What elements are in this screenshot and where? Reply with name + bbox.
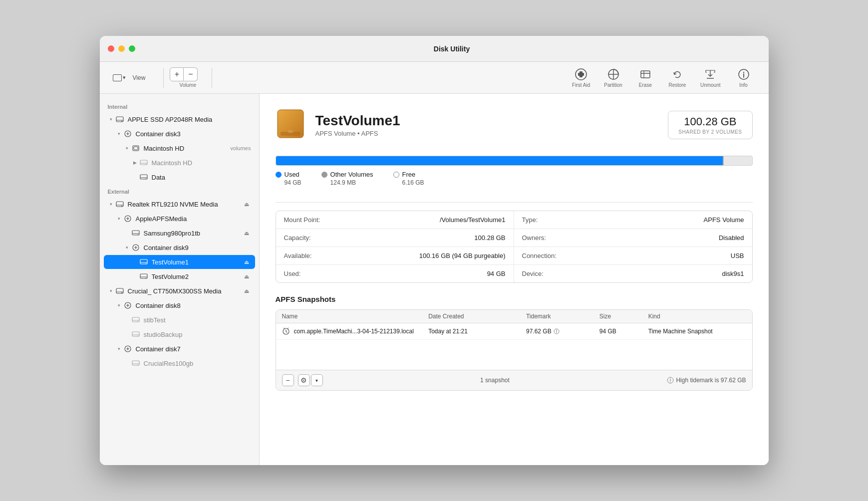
container-icon xyxy=(131,243,141,252)
sidebar-item-label: studioBackup xyxy=(144,331,251,338)
svg-point-54 xyxy=(288,130,293,133)
available-value: 100.16 GB (94 GB purgeable) xyxy=(419,252,506,259)
svg-rect-37 xyxy=(116,288,123,293)
volume-size-shared: SHARED BY 2 VOLUMES xyxy=(678,129,742,135)
unmount-label: Unmount xyxy=(700,82,721,88)
info-tool[interactable]: Info xyxy=(729,65,759,90)
sidebar-item-apple-ssd[interactable]: ▾ APPLE SSD AP2048R Media xyxy=(104,112,255,126)
snapshots-header: Name Date Created Tidemark Size Kind xyxy=(276,310,752,323)
erase-tool[interactable]: Erase xyxy=(630,65,660,90)
unmount-icon xyxy=(704,67,717,81)
sidebar-item-testvolume1[interactable]: TestVolume1 ⏏ xyxy=(104,255,255,269)
view-label: View xyxy=(133,74,146,81)
expand-arrow: ▶ xyxy=(132,159,139,166)
legend-used: Used 94 GB xyxy=(276,171,301,186)
tidemark-info-icon xyxy=(667,377,674,384)
volume-icon xyxy=(131,315,141,325)
first-aid-tool[interactable]: First Aid xyxy=(566,65,596,90)
svg-rect-20 xyxy=(140,175,147,179)
svg-point-29 xyxy=(137,235,138,236)
sidebar-item-label: Data xyxy=(152,174,251,181)
sidebar-item-label: Container disk8 xyxy=(136,302,251,309)
snapshots-title: APFS Snapshots xyxy=(276,295,753,303)
info-device: Device: disk9s1 xyxy=(514,265,752,282)
sidebar-item-label: Macintosh HD xyxy=(144,145,228,152)
sidebar-item-realtek[interactable]: ▾ Realtek RTL9210 NVME Media ⏏ xyxy=(104,197,255,211)
action-snapshot-button[interactable]: ⚙ xyxy=(298,374,310,386)
remove-snapshot-button[interactable]: − xyxy=(282,374,294,386)
connection-label: Connection: xyxy=(522,252,557,259)
sidebar-item-label: Crucial_ CT750MX300SS Media xyxy=(128,287,242,295)
svg-rect-11 xyxy=(116,117,123,122)
sidebar-item-crucial[interactable]: ▾ Crucial_ CT750MX300SS Media ⏏ xyxy=(104,284,255,298)
toolbar-view-section: ▾ View xyxy=(110,72,146,83)
sidebar-item-data[interactable]: Data xyxy=(104,170,255,184)
info-used: Used: 94 GB xyxy=(276,265,514,282)
remove-volume-button[interactable]: − xyxy=(184,67,198,81)
partition-label: Partition xyxy=(604,82,622,88)
sidebar-item-label: APPLE SSD AP2048R Media xyxy=(128,116,251,123)
used-label-cell: Used: xyxy=(284,270,301,277)
snap-name-cell: com.apple.TimeMachi...3-04-15-212139.loc… xyxy=(282,327,429,335)
expand-arrow: ▾ xyxy=(116,215,123,222)
snapshot-row[interactable]: com.apple.TimeMachi...3-04-15-212139.loc… xyxy=(276,323,752,340)
container-icon xyxy=(123,214,133,224)
sidebar-item-crucialres100gb[interactable]: CrucialRes100gb xyxy=(104,356,255,370)
owners-label: Owners: xyxy=(522,234,546,242)
close-button[interactable] xyxy=(108,45,114,52)
sidebar-item-testvolume2[interactable]: TestVolume2 ⏏ xyxy=(104,269,255,283)
sidebar-item-container-disk9[interactable]: ▾ Container disk9 xyxy=(104,241,255,254)
usage-legend: Used 94 GB Other Volumes 124.9 MB xyxy=(276,171,753,186)
more-snapshot-button[interactable]: ▾ xyxy=(311,374,323,386)
volumes-badge: volumes xyxy=(231,145,251,151)
volume-icon-wrap xyxy=(276,106,305,144)
restore-tool[interactable]: Restore xyxy=(662,65,692,90)
sidebar-item-studiobackup[interactable]: studioBackup xyxy=(104,327,255,341)
other-label: Other Volumes xyxy=(330,171,373,178)
svg-point-19 xyxy=(145,164,146,165)
sidebar-item-samsung[interactable]: Samsung980pro1tb ⏏ xyxy=(104,226,255,240)
snap-date-cell: Today at 21:21 xyxy=(428,328,526,335)
sidebar-item-macintosh-hd-sub[interactable]: ▶ Macintosh HD xyxy=(104,156,255,170)
used-label: Used xyxy=(285,171,299,178)
divider-1 xyxy=(276,202,753,203)
disk-icon xyxy=(115,286,125,296)
eject-icon: ⏏ xyxy=(242,230,251,237)
eject-icon: ⏏ xyxy=(242,259,251,265)
volume-icon xyxy=(131,228,141,238)
sidebar-item-container-disk3[interactable]: ▾ Container disk3 xyxy=(104,127,255,141)
toolbar-separator-2 xyxy=(212,68,212,88)
sidebar-item-label: stibTest xyxy=(144,316,251,324)
add-volume-button[interactable]: + xyxy=(170,67,184,81)
sidebar-item-container-disk7[interactable]: ▾ Container disk7 xyxy=(104,342,255,356)
svg-point-13 xyxy=(121,121,122,122)
svg-rect-17 xyxy=(140,160,147,165)
sidebar-item-appleapfsmedia[interactable]: ▾ AppleAPFSMedia xyxy=(104,212,255,226)
view-chevron: ▾ xyxy=(123,74,126,81)
expand-arrow: ▾ xyxy=(108,116,115,123)
svg-rect-34 xyxy=(140,274,147,278)
unmount-tool[interactable]: Unmount xyxy=(694,65,727,90)
svg-point-43 xyxy=(137,321,138,322)
col-size: Size xyxy=(599,313,648,320)
volume-size-box: 100.28 GB SHARED BY 2 VOLUMES xyxy=(668,111,752,139)
container-icon xyxy=(123,300,133,310)
info-grid: Mount Point: /Volumes/TestVolume1 Type: … xyxy=(276,211,753,283)
volume-icon xyxy=(139,271,149,281)
used-value-cell: 94 GB xyxy=(487,270,506,277)
expand-arrow: ▾ xyxy=(116,345,123,352)
maximize-button[interactable] xyxy=(129,45,135,52)
mount-point-value: /Volumes/TestVolume1 xyxy=(440,216,506,224)
sidebar-item-stibtest[interactable]: stibTest xyxy=(104,313,255,327)
svg-point-9 xyxy=(743,72,744,73)
minimize-button[interactable] xyxy=(118,45,125,52)
titlebar: Disk Utility xyxy=(100,36,769,62)
eject-icon: ⏏ xyxy=(242,273,251,280)
sidebar-item-container-disk8[interactable]: ▾ Container disk8 xyxy=(104,298,255,312)
info-owners: Owners: Disabled xyxy=(514,229,752,247)
sidebar-item-macintosh-hd-volumes[interactable]: ▾ Macintosh HD volumes xyxy=(104,141,255,155)
partition-icon xyxy=(607,67,620,81)
info-capacity: Capacity: 100.28 GB xyxy=(276,229,514,247)
partition-tool[interactable]: Partition xyxy=(598,65,628,90)
view-button[interactable]: ▾ xyxy=(110,72,129,83)
